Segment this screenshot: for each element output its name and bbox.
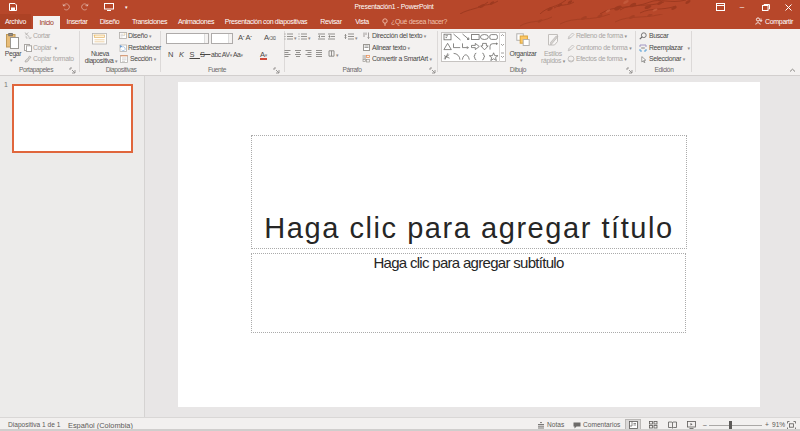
svg-text:▾: ▾: [308, 35, 311, 40]
svg-text:▾: ▾: [294, 35, 297, 40]
svg-text:▾: ▾: [355, 35, 358, 40]
svg-text:▾: ▾: [336, 52, 339, 58]
